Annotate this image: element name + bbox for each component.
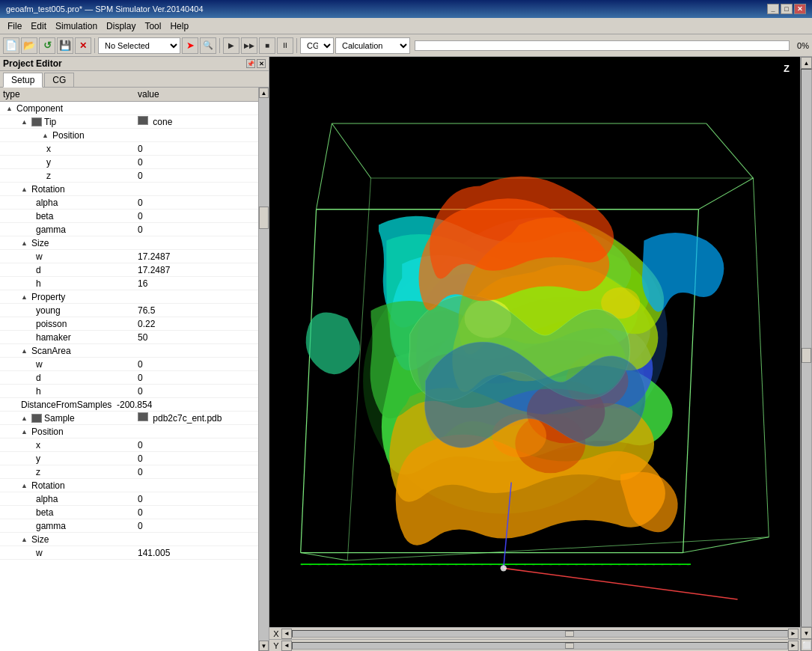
arrow-red-button[interactable]: ➤ bbox=[182, 37, 198, 54]
tree-header: type value bbox=[0, 88, 258, 102]
expand-arrow: ▲ bbox=[21, 482, 30, 489]
y-scroll-track[interactable] bbox=[292, 642, 788, 650]
list-item[interactable]: ▲ Size bbox=[0, 236, 258, 250]
list-item[interactable]: DistanceFromSamples -200.854 bbox=[0, 398, 258, 412]
list-item[interactable]: alpha 0 bbox=[0, 492, 258, 506]
vscroll-track[interactable] bbox=[801, 69, 812, 627]
stop-button[interactable]: ■ bbox=[259, 37, 275, 54]
list-item[interactable]: ▲ Component bbox=[0, 102, 258, 115]
list-item[interactable]: h 16 bbox=[0, 277, 258, 290]
x-scroll-thumb[interactable] bbox=[565, 631, 574, 637]
y-scrollbar[interactable]: Y ◄ ► bbox=[269, 639, 800, 651]
tab-cg[interactable]: CG bbox=[44, 73, 74, 87]
tree-node-label: Rotation bbox=[31, 184, 65, 195]
list-item[interactable]: ▲ Tip cone bbox=[0, 115, 258, 129]
tree-vertical-scrollbar[interactable]: ▲ ▼ bbox=[258, 88, 269, 651]
open-icon: 📂 bbox=[23, 40, 35, 51]
menu-simulation[interactable]: Simulation bbox=[51, 19, 102, 33]
scroll-down-button[interactable]: ▼ bbox=[259, 641, 269, 651]
play-button[interactable]: ▶ bbox=[223, 37, 239, 54]
list-item[interactable]: beta 0 bbox=[0, 210, 258, 223]
minimize-button[interactable]: _ bbox=[767, 4, 779, 14]
tab-setup[interactable]: Setup bbox=[3, 73, 43, 88]
list-item[interactable]: z 0 bbox=[0, 169, 258, 183]
close-button[interactable]: ✕ bbox=[794, 4, 806, 14]
tree-node-value: 50 bbox=[135, 332, 258, 343]
list-item[interactable]: ▲ Rotation bbox=[0, 479, 258, 492]
list-item[interactable]: gamma 0 bbox=[0, 223, 258, 236]
x-scroll-left[interactable]: ◄ bbox=[281, 629, 292, 639]
list-item[interactable]: ▲ ScanArea bbox=[0, 344, 258, 358]
menu-help[interactable]: Help bbox=[165, 19, 193, 33]
vscroll-thumb[interactable] bbox=[802, 348, 811, 363]
list-item[interactable]: ▲ Sample pdb2c7c_ent.pdb bbox=[0, 412, 258, 425]
save-button[interactable]: 💾 bbox=[57, 37, 73, 54]
menu-file[interactable]: File bbox=[3, 19, 26, 33]
col-type-header: type bbox=[3, 89, 138, 100]
list-item[interactable]: z 0 bbox=[0, 465, 258, 479]
tree-node-value: 0 bbox=[135, 144, 258, 154]
tree-node-label: y bbox=[36, 453, 40, 464]
svg-point-27 bbox=[501, 565, 507, 571]
list-item[interactable]: y 0 bbox=[0, 156, 258, 169]
list-item[interactable]: x 0 bbox=[0, 438, 258, 452]
expand-arrow: ▲ bbox=[21, 347, 30, 355]
scroll-up-button[interactable]: ▲ bbox=[259, 88, 269, 98]
list-item[interactable]: young 76.5 bbox=[0, 304, 258, 317]
maximize-button[interactable]: □ bbox=[781, 4, 793, 14]
refresh-button[interactable]: ↺ bbox=[39, 37, 55, 54]
list-item[interactable]: d 17.2487 bbox=[0, 263, 258, 277]
menu-edit[interactable]: Edit bbox=[26, 19, 51, 33]
list-item[interactable]: x 0 bbox=[0, 142, 258, 156]
list-item[interactable]: ▲ Property bbox=[0, 290, 258, 304]
list-item[interactable]: ▲ Rotation bbox=[0, 183, 258, 196]
list-item[interactable]: w 17.2487 bbox=[0, 250, 258, 263]
list-item[interactable]: alpha 0 bbox=[0, 196, 258, 210]
tree-node-label: w bbox=[36, 251, 43, 262]
vscroll-corner[interactable]: ⬜ bbox=[801, 639, 812, 651]
menu-display[interactable]: Display bbox=[102, 19, 140, 33]
vscroll-down-button[interactable]: ▼ bbox=[801, 627, 812, 639]
zoom-button[interactable]: 🔍 bbox=[200, 37, 216, 54]
delete-button[interactable]: ✕ bbox=[75, 37, 91, 54]
x-scroll-right[interactable]: ► bbox=[788, 629, 799, 639]
viewport-canvas[interactable]: Z bbox=[269, 57, 800, 627]
tree-node-label: hamaker bbox=[36, 332, 71, 343]
new-button[interactable]: 📄 bbox=[3, 37, 19, 54]
list-item[interactable]: ▲ Position bbox=[0, 129, 258, 142]
y-scroll-left[interactable]: ◄ bbox=[281, 641, 292, 651]
tree-node-label: ScanArea bbox=[31, 346, 71, 356]
y-scroll-right[interactable]: ► bbox=[788, 641, 799, 651]
list-item[interactable]: ▲ Position bbox=[0, 425, 258, 438]
molecule-visualization bbox=[269, 57, 800, 627]
scroll-thumb[interactable] bbox=[259, 207, 269, 229]
list-item[interactable]: hamaker 50 bbox=[0, 331, 258, 344]
list-item[interactable]: w 0 bbox=[0, 358, 258, 371]
no-selected-dropdown[interactable]: No Selected bbox=[98, 37, 180, 54]
list-item[interactable]: gamma 0 bbox=[0, 519, 258, 533]
list-item[interactable]: ▲ Size bbox=[0, 533, 258, 546]
panel-pin-button[interactable]: 📌 bbox=[246, 59, 255, 68]
list-item[interactable]: h 0 bbox=[0, 385, 258, 398]
list-item[interactable]: y 0 bbox=[0, 452, 258, 465]
calculation-dropdown[interactable]: Calculation bbox=[335, 37, 410, 54]
list-item[interactable]: beta 0 bbox=[0, 506, 258, 519]
pause-button[interactable]: ⏸ bbox=[277, 37, 293, 54]
cg-dropdown[interactable]: CG bbox=[300, 37, 334, 54]
x-scroll-track[interactable] bbox=[292, 630, 788, 638]
fast-forward-button[interactable]: ▶▶ bbox=[241, 37, 257, 54]
menu-tool[interactable]: Tool bbox=[140, 19, 165, 33]
list-item[interactable]: poisson 0.22 bbox=[0, 317, 258, 331]
progress-bar-container bbox=[415, 40, 790, 51]
list-item[interactable]: d 0 bbox=[0, 371, 258, 385]
tree-node-label: gamma bbox=[36, 224, 66, 235]
y-scroll-thumb[interactable] bbox=[565, 643, 574, 649]
tree-node-label: d bbox=[36, 265, 41, 275]
list-item[interactable]: w 141.005 bbox=[0, 546, 258, 560]
open-button[interactable]: 📂 bbox=[21, 37, 37, 54]
vscroll-up-button[interactable]: ▲ bbox=[801, 57, 812, 69]
panel-close-button[interactable]: ✕ bbox=[257, 59, 266, 68]
right-vertical-scrollbar[interactable]: ▲ ▼ ⬜ bbox=[800, 57, 812, 651]
tree-node-value: 0 bbox=[135, 198, 258, 208]
x-scrollbar[interactable]: X ◄ ► bbox=[269, 627, 800, 639]
